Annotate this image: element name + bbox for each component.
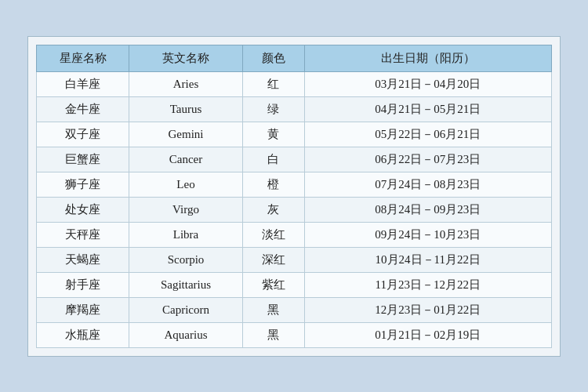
- cell-color: 橙: [242, 172, 304, 197]
- table-row: 双子座Gemini黄05月22日－06月21日: [37, 122, 552, 147]
- cell-color: 淡红: [242, 222, 304, 247]
- cell-zh-name: 射手座: [37, 272, 129, 297]
- table-row: 金牛座Taurus绿04月21日－05月21日: [37, 96, 552, 122]
- table-row: 天蝎座Scorpio深红10月24日－11月22日: [37, 247, 552, 272]
- cell-zh-name: 狮子座: [37, 172, 129, 197]
- cell-date: 01月21日－02月19日: [304, 322, 551, 347]
- cell-zh-name: 金牛座: [37, 96, 129, 122]
- cell-zh-name: 白羊座: [37, 71, 129, 96]
- header-color: 颜色: [242, 45, 304, 71]
- cell-color: 黑: [242, 297, 304, 322]
- cell-en-name: Cancer: [129, 147, 243, 172]
- cell-date: 08月24日－09月23日: [304, 197, 551, 222]
- table-row: 射手座Sagittarius紫红11月23日－12月22日: [37, 272, 552, 297]
- table-row: 狮子座Leo橙07月24日－08月23日: [37, 172, 552, 197]
- table-header-row: 星座名称 英文名称 颜色 出生日期（阳历）: [37, 45, 552, 71]
- cell-date: 06月22日－07月23日: [304, 147, 551, 172]
- zodiac-table: 星座名称 英文名称 颜色 出生日期（阳历） 白羊座Aries红03月21日－04…: [36, 45, 552, 348]
- cell-zh-name: 摩羯座: [37, 297, 129, 322]
- cell-zh-name: 天秤座: [37, 222, 129, 247]
- cell-color: 黄: [242, 122, 304, 147]
- table-row: 白羊座Aries红03月21日－04月20日: [37, 71, 552, 96]
- cell-zh-name: 处女座: [37, 197, 129, 222]
- cell-color: 绿: [242, 96, 304, 122]
- table-body: 白羊座Aries红03月21日－04月20日金牛座Taurus绿04月21日－0…: [37, 71, 552, 347]
- cell-date: 11月23日－12月22日: [304, 272, 551, 297]
- cell-en-name: Leo: [129, 172, 243, 197]
- cell-en-name: Virgo: [129, 197, 243, 222]
- header-zh-name: 星座名称: [37, 45, 129, 71]
- cell-date: 07月24日－08月23日: [304, 172, 551, 197]
- zodiac-table-container: 星座名称 英文名称 颜色 出生日期（阳历） 白羊座Aries红03月21日－04…: [27, 36, 561, 357]
- cell-zh-name: 水瓶座: [37, 322, 129, 347]
- cell-color: 深红: [242, 247, 304, 272]
- cell-date: 09月24日－10月23日: [304, 222, 551, 247]
- cell-color: 紫红: [242, 272, 304, 297]
- table-row: 巨蟹座Cancer白06月22日－07月23日: [37, 147, 552, 172]
- cell-date: 04月21日－05月21日: [304, 96, 551, 122]
- cell-date: 03月21日－04月20日: [304, 71, 551, 96]
- cell-date: 12月23日－01月22日: [304, 297, 551, 322]
- cell-en-name: Scorpio: [129, 247, 243, 272]
- cell-color: 白: [242, 147, 304, 172]
- cell-zh-name: 巨蟹座: [37, 147, 129, 172]
- header-en-name: 英文名称: [129, 45, 243, 71]
- table-row: 水瓶座Aquarius黑01月21日－02月19日: [37, 322, 552, 347]
- cell-color: 红: [242, 71, 304, 96]
- cell-color: 黑: [242, 322, 304, 347]
- cell-zh-name: 双子座: [37, 122, 129, 147]
- cell-en-name: Taurus: [129, 96, 243, 122]
- cell-en-name: Aries: [129, 71, 243, 96]
- cell-zh-name: 天蝎座: [37, 247, 129, 272]
- table-row: 摩羯座Capricorn黑12月23日－01月22日: [37, 297, 552, 322]
- cell-en-name: Capricorn: [129, 297, 243, 322]
- table-row: 处女座Virgo灰08月24日－09月23日: [37, 197, 552, 222]
- cell-en-name: Libra: [129, 222, 243, 247]
- cell-en-name: Aquarius: [129, 322, 243, 347]
- cell-en-name: Gemini: [129, 122, 243, 147]
- header-date: 出生日期（阳历）: [304, 45, 551, 71]
- table-row: 天秤座Libra淡红09月24日－10月23日: [37, 222, 552, 247]
- cell-date: 10月24日－11月22日: [304, 247, 551, 272]
- cell-color: 灰: [242, 197, 304, 222]
- cell-en-name: Sagittarius: [129, 272, 243, 297]
- cell-date: 05月22日－06月21日: [304, 122, 551, 147]
